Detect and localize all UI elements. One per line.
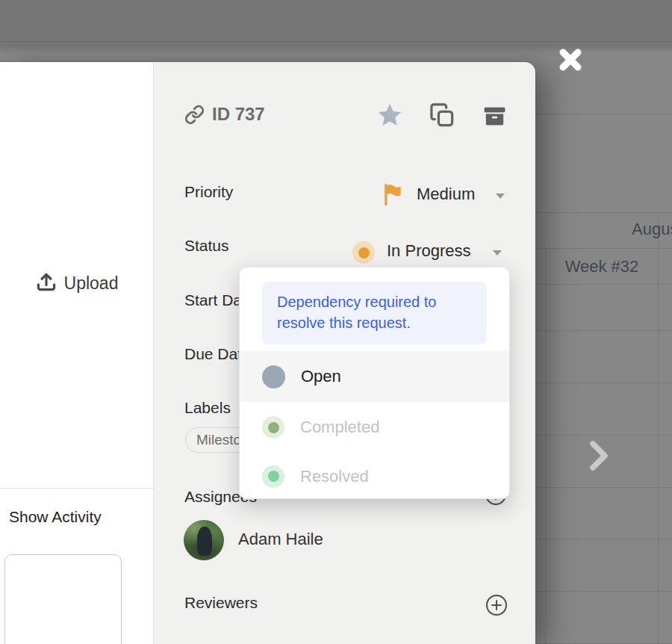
upload-button-label: Upload: [64, 273, 119, 294]
status-option-label: Open: [301, 367, 341, 386]
status-dot: [352, 241, 375, 264]
comment-input[interactable]: [4, 554, 122, 644]
priority-caret-icon[interactable]: [496, 193, 505, 199]
resolved-status-dot: [262, 465, 284, 488]
upload-button[interactable]: Upload: [0, 270, 153, 296]
status-option-completed: Completed: [240, 402, 509, 453]
completed-status-dot: [262, 416, 284, 439]
dependency-notice: Dependency required to resolve this requ…: [262, 282, 487, 344]
divider: [0, 488, 153, 489]
reviewers-label: Reviewers: [184, 594, 258, 612]
close-icon[interactable]: [554, 43, 587, 76]
app-screen: August Week #32 Upload Show Activity: [0, 0, 672, 644]
timeline-next-chevron-icon[interactable]: [587, 438, 611, 474]
assignee-avatar: [184, 520, 224, 560]
status-label: Status: [184, 237, 229, 255]
open-status-dot: [262, 365, 285, 388]
priority-value[interactable]: Medium: [417, 185, 475, 204]
link-icon[interactable]: [184, 105, 205, 125]
add-reviewer-icon[interactable]: [485, 593, 508, 617]
labels-label: Labels: [184, 399, 231, 417]
duplicate-icon[interactable]: [429, 102, 455, 129]
priority-flag-icon: [381, 182, 406, 207]
attachments-column: Upload Show Activity: [0, 62, 153, 644]
status-value[interactable]: In Progress: [387, 241, 471, 261]
show-activity-toggle[interactable]: Show Activity: [9, 508, 102, 526]
status-option-label: Resolved: [300, 467, 369, 486]
assignee-name: Adam Haile: [238, 530, 323, 549]
timeline-week-label: Week #32: [546, 257, 658, 276]
priority-label: Priority: [184, 183, 233, 201]
status-option-open[interactable]: Open: [240, 351, 509, 402]
favorite-star-icon[interactable]: [376, 102, 404, 130]
timeline-month-label: August: [632, 220, 672, 239]
status-option-resolved: Resolved: [240, 453, 509, 499]
upload-icon: [35, 270, 57, 296]
status-caret-icon[interactable]: [493, 250, 502, 256]
archive-icon[interactable]: [482, 103, 508, 129]
status-dropdown-menu: Dependency required to resolve this requ…: [239, 267, 510, 499]
status-option-label: Completed: [300, 418, 379, 437]
task-id: ID 737: [212, 104, 265, 125]
